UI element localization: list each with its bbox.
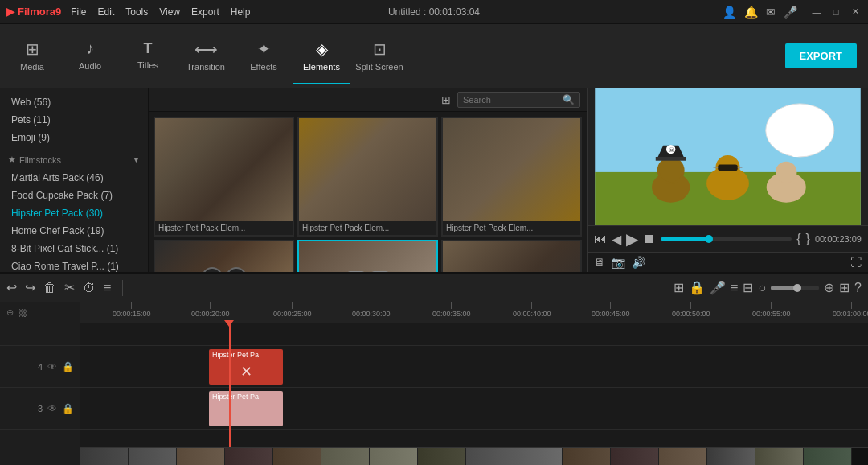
track-4-lock-button[interactable]: 🔒	[62, 361, 74, 372]
timeline-clip-track3[interactable]: Hipster Pet Pa	[209, 391, 283, 426]
sidebar-item-8bit[interactable]: 8-Bit Pixel Cat Stick... (1)	[0, 240, 148, 257]
close-button[interactable]: ✕	[849, 6, 862, 19]
titles-label: Titles	[137, 60, 158, 70]
help-icon[interactable]: ?	[854, 281, 862, 295]
track-4-eye-button[interactable]: 👁	[47, 361, 57, 372]
item-label-0: Hipster Pet Pack Elem...	[155, 221, 293, 235]
sidebar-item-hipster-pet[interactable]: Hipster Pet Pack (30)	[0, 204, 148, 222]
grid-item-5[interactable]: Hipster Pet Pack Elem...	[441, 240, 582, 272]
item-label-2: Hipster Pet Pack Elem...	[443, 221, 580, 235]
undo-button[interactable]: ↩	[6, 280, 17, 295]
circle-icon[interactable]: ○	[758, 281, 766, 295]
filmstrip-frame-0	[80, 448, 129, 465]
progress-handle[interactable]	[705, 235, 713, 243]
mark-out-button[interactable]: }	[806, 232, 810, 246]
grid-item-4[interactable]: Hipster Pet Pack Elem...	[297, 240, 438, 272]
svg-point-14	[660, 159, 682, 182]
tick-label: 00:00:30:00	[352, 310, 391, 318]
toolbar-splitscreen[interactable]: ⊡ Split Screen	[350, 28, 408, 84]
search-input[interactable]	[463, 95, 559, 105]
grid-item-2[interactable]: Hipster Pet Pack Elem...	[441, 117, 582, 237]
volume-icon[interactable]: 🔊	[632, 256, 645, 269]
play-back-button[interactable]: ◀	[612, 232, 621, 247]
lock-icon[interactable]: 🔒	[689, 280, 705, 295]
add-icon[interactable]: ⊕	[824, 280, 834, 295]
notification-icon[interactable]: 🔔	[744, 6, 758, 19]
sidebar-item-pets[interactable]: Pets (11)	[0, 111, 148, 129]
zoom-fill	[771, 286, 795, 290]
toolbar-media[interactable]: ⊞ Media	[3, 28, 61, 84]
zoom-handle[interactable]	[793, 284, 801, 292]
splitscreen-label: Split Screen	[355, 62, 403, 72]
menu-edit[interactable]: Edit	[98, 6, 115, 18]
fullscreen-icon[interactable]: ⛶	[850, 256, 862, 269]
tick-line	[851, 302, 852, 309]
play-button[interactable]: ▶	[626, 229, 638, 249]
export-button[interactable]: EXPORT	[785, 43, 857, 68]
menu-tools[interactable]: Tools	[125, 6, 148, 18]
sidebar-item-martial-arts[interactable]: Martial Arts Pack (46)	[0, 169, 148, 187]
toolbar-transition[interactable]: ⟷ Transition	[177, 28, 235, 84]
maximize-button[interactable]: □	[829, 6, 842, 19]
monitor-icon[interactable]: 🖥	[594, 256, 605, 269]
chain-icon[interactable]: ⛓	[18, 308, 27, 318]
profile-icon[interactable]: 👤	[723, 6, 736, 19]
menu-view[interactable]: View	[159, 6, 180, 18]
ruler-tick-9: 00:01:00:00	[833, 302, 868, 318]
timeline-body: ⊕ ⛓ 4 👁 🔒 3 👁 🔒	[0, 302, 868, 465]
mail-icon[interactable]: ✉	[766, 6, 776, 19]
menu-file[interactable]: File	[71, 6, 86, 18]
track-3-eye-button[interactable]: 👁	[47, 403, 57, 414]
toolbar-elements[interactable]: ◈ Elements	[293, 28, 350, 84]
layers-icon[interactable]: ≡	[731, 281, 738, 295]
content-grid: Hipster Pet Pack Elem... Hipster Pet Pac…	[149, 112, 587, 272]
camera-icon[interactable]: 📷	[612, 256, 625, 269]
preview-progress-bar[interactable]	[661, 237, 792, 241]
tick-label: 00:00:40:00	[513, 310, 551, 318]
main-area: Web (56) Pets (11) Emoji (9) ★ Filmstock…	[0, 88, 868, 272]
item-label-1: Hipster Pet Pack Elem...	[299, 221, 436, 235]
grid-item-1[interactable]: Hipster Pet Pack Elem...	[297, 117, 438, 237]
cut-button[interactable]: ✂	[64, 280, 75, 295]
grid-view-icon[interactable]: ⊞	[441, 93, 451, 106]
stop-button[interactable]: ⏹	[643, 232, 656, 246]
sidebar-item-web[interactable]: Web (56)	[0, 93, 148, 111]
sidebar-section-filmstocks[interactable]: ★ Filmstocks ▼	[0, 150, 148, 169]
adjust-button[interactable]: ≡	[104, 281, 111, 295]
grid-item-0[interactable]: Hipster Pet Pack Elem...	[154, 117, 294, 237]
media-icon: ⊞	[26, 39, 39, 59]
toolbar-titles[interactable]: T Titles	[119, 28, 177, 84]
glasses2-svg	[344, 265, 392, 272]
toolbar-audio[interactable]: ♪ Audio	[61, 28, 119, 84]
grid-timeline-icon[interactable]: ⊞	[839, 280, 850, 295]
toolbar-effects[interactable]: ✦ Effects	[235, 28, 293, 84]
sidebar-item-emoji[interactable]: Emoji (9)	[0, 129, 148, 146]
sidebar-item-ciao-rome[interactable]: Ciao Rome Travel P... (1)	[0, 257, 148, 272]
minimize-button[interactable]: —	[810, 6, 823, 19]
camera-timeline-icon[interactable]: ⊞	[674, 280, 684, 295]
timeline-clip-track4[interactable]: Hipster Pet Pa ✕	[209, 349, 283, 385]
mic-icon[interactable]: 🎤	[784, 6, 797, 19]
sidebar-item-home-chef[interactable]: Home Chef Pack (19)	[0, 222, 148, 240]
speed-button[interactable]: ⏱	[83, 281, 96, 295]
menu-export[interactable]: Export	[191, 6, 219, 18]
sidebar-item-food-cupcake[interactable]: Food Cupcake Pack (7)	[0, 187, 148, 204]
mark-in-button[interactable]: {	[796, 232, 800, 246]
filmstrip-frame-14	[755, 448, 804, 465]
grid-item-3[interactable]: Hipster Pet Pack Elem...	[154, 240, 294, 272]
ruler-tick-7: 00:00:50:00	[672, 302, 710, 318]
mic-timeline-icon[interactable]: 🎤	[710, 280, 726, 295]
ruler-tick-4: 00:00:35:00	[432, 302, 471, 318]
minus-icon[interactable]: ⊟	[743, 280, 753, 295]
item-thumbnail-2	[443, 118, 580, 221]
glasses-svg	[200, 265, 248, 272]
timeline-pos-icon[interactable]: ⊕	[6, 307, 14, 318]
track-4-content: Hipster Pet Pa ✕	[80, 346, 868, 387]
track-3-lock-button[interactable]: 🔒	[62, 403, 74, 414]
delete-button[interactable]: 🗑	[43, 281, 56, 295]
effects-icon: ✦	[257, 39, 271, 59]
menu-help[interactable]: Help	[231, 6, 251, 18]
redo-button[interactable]: ↪	[25, 280, 35, 295]
skip-back-button[interactable]: ⏮	[594, 232, 607, 246]
track-row-4: Hipster Pet Pa ✕	[80, 346, 868, 388]
